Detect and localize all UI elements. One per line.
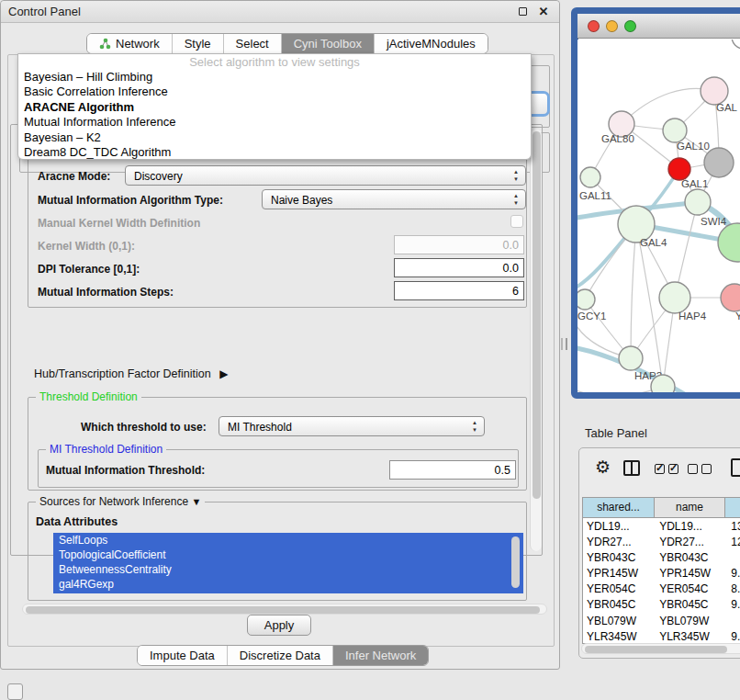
gear-icon[interactable]: ⚙ xyxy=(595,457,611,478)
deselect-all-icon[interactable] xyxy=(688,464,712,474)
settings-vertical-scrollbar[interactable] xyxy=(530,129,542,551)
graph-node[interactable] xyxy=(577,289,595,310)
table-cell[interactable]: YPR145W xyxy=(583,566,656,581)
table-cell[interactable]: YER054C xyxy=(656,581,727,597)
table-cell[interactable]: YDL19... xyxy=(583,518,656,534)
split-pane-handle[interactable] xyxy=(561,338,567,350)
algorithm-option[interactable]: ARACNE Algorithm xyxy=(18,100,531,115)
table-row[interactable]: YBR045CYBR045C9. xyxy=(583,597,740,613)
table-cell[interactable]: YBR045C xyxy=(656,597,727,613)
table-row[interactable]: YDR27...YDR27...12 xyxy=(583,534,740,549)
table-cell[interactable]: YLR345W xyxy=(656,628,727,644)
algorithm-option[interactable]: Basic Correlation Inference xyxy=(18,85,531,99)
graph-node[interactable] xyxy=(701,77,728,105)
graph-node[interactable] xyxy=(619,346,643,370)
column-header-name[interactable]: name xyxy=(655,498,725,517)
scrollbar-thumb[interactable] xyxy=(533,131,541,499)
table-cell[interactable]: YDR27... xyxy=(583,534,656,549)
tab-infer-network[interactable]: Infer Network xyxy=(333,646,428,665)
algorithm-option[interactable]: Mutual Information Inference xyxy=(18,115,531,130)
table-cell[interactable]: 9. xyxy=(727,597,740,613)
table-cell[interactable]: YDR27... xyxy=(656,534,727,549)
graph-node[interactable] xyxy=(721,284,740,311)
column-header-clipped[interactable] xyxy=(725,498,740,517)
table-cell[interactable]: YLR345W xyxy=(583,628,656,644)
table-cell[interactable]: YBL079W xyxy=(656,613,727,628)
graph-node[interactable] xyxy=(704,148,734,177)
select-all-icon[interactable] xyxy=(655,464,678,474)
which-threshold-combobox[interactable]: MI Threshold ▲▼ xyxy=(219,416,485,436)
table-cell[interactable]: YBR045C xyxy=(583,597,656,613)
algorithm-option[interactable]: Dream8 DC_TDC Algorithm xyxy=(18,145,531,160)
table-cell[interactable]: YBR043C xyxy=(583,549,656,565)
table-row[interactable]: YPR145WYPR145W9. xyxy=(583,566,740,581)
bottom-left-button-fragment[interactable] xyxy=(7,683,23,700)
table-cell[interactable] xyxy=(727,613,740,628)
scrollbar-thumb[interactable] xyxy=(585,646,727,653)
table-horizontal-scrollbar[interactable] xyxy=(581,643,740,654)
table-cell[interactable] xyxy=(727,549,740,565)
tab-discretize-data[interactable]: Discretize Data xyxy=(228,646,333,665)
table-cell[interactable]: YBR043C xyxy=(656,549,727,565)
graph-node[interactable] xyxy=(685,189,711,215)
table-row[interactable]: YDL19...YDL19...13 xyxy=(583,518,740,534)
table-row[interactable]: YBR043CYBR043C xyxy=(583,549,740,565)
scrollbar-thumb[interactable] xyxy=(26,606,540,614)
apply-button[interactable]: Apply xyxy=(247,615,311,636)
table-cell[interactable]: YER054C xyxy=(583,581,656,597)
column-header-shared-name[interactable]: shared... xyxy=(583,498,655,517)
attribute-list-item[interactable]: gal4RGexp xyxy=(53,577,523,592)
collapse-arrow-icon[interactable]: ▼ xyxy=(191,496,201,507)
manual-kernel-width-checkbox[interactable] xyxy=(510,215,523,228)
graph-node[interactable] xyxy=(732,40,740,49)
algorithm-option[interactable]: Bayesian – Hill Climbing xyxy=(18,70,531,85)
zoom-traffic-light-icon[interactable] xyxy=(624,20,636,32)
tab-jactivemnodules[interactable]: jActiveMNodules xyxy=(375,34,488,53)
minimize-traffic-light-icon[interactable] xyxy=(606,20,618,32)
mi-steps-field[interactable]: 6 xyxy=(394,281,524,300)
tab-select[interactable]: Select xyxy=(224,34,282,53)
float-window-icon[interactable] xyxy=(517,6,530,18)
table-row[interactable]: YLR345WYLR345W9. xyxy=(583,628,740,644)
close-icon[interactable]: ✕ xyxy=(537,6,550,18)
network-window-titlebar[interactable] xyxy=(577,14,740,39)
mi-algorithm-type-combobox[interactable]: Naive Bayes ▲▼ xyxy=(262,189,526,209)
columns-icon[interactable] xyxy=(623,460,640,476)
kernel-width-field[interactable]: 0.0 xyxy=(394,235,524,254)
scrollbar-thumb[interactable] xyxy=(511,536,520,588)
tab-impute-data[interactable]: Impute Data xyxy=(138,646,228,665)
network-canvas[interactable]: GALGAL80GAL10GAL1GAL11SWI4GAL4GCY1HAP4YH… xyxy=(577,40,740,399)
table-cell[interactable]: 13 xyxy=(727,518,740,534)
tab-network[interactable]: Network xyxy=(87,34,173,53)
attribute-list-item[interactable]: SelfLoops xyxy=(53,533,523,548)
attribute-list-scrollbar[interactable] xyxy=(510,535,521,592)
close-traffic-light-icon[interactable] xyxy=(588,20,600,32)
tab-style[interactable]: Style xyxy=(173,34,224,53)
table-cell[interactable]: 12 xyxy=(727,534,740,549)
tab-cyni-toolbox[interactable]: Cyni Toolbox xyxy=(282,34,375,53)
table-cell[interactable]: 9. xyxy=(727,628,740,644)
hub-definition-toggle[interactable]: Hub/Transcription Factor Definition ▶ xyxy=(34,367,228,380)
table-cell[interactable]: YDL19... xyxy=(656,518,727,534)
graph-node[interactable] xyxy=(659,282,690,313)
graph-node[interactable] xyxy=(718,223,740,262)
attribute-list-item[interactable]: BetweennessCentrality xyxy=(53,562,523,577)
table-cell[interactable]: 8. xyxy=(727,581,740,597)
graph-node[interactable] xyxy=(580,167,600,187)
graph-node[interactable] xyxy=(651,375,675,399)
dpi-tolerance-field[interactable]: 0.0 xyxy=(394,258,524,277)
aracne-mode-combobox[interactable]: Discovery ▲▼ xyxy=(125,165,526,186)
document-icon[interactable] xyxy=(731,458,740,477)
table-cell[interactable]: YBL079W xyxy=(583,613,656,628)
graph-node[interactable] xyxy=(663,119,687,142)
network-view-window[interactable]: GALGAL80GAL10GAL1GAL11SWI4GAL4GCY1HAP4YH… xyxy=(571,7,740,399)
data-attributes-list[interactable]: SelfLoopsTopologicalCoefficientBetweenne… xyxy=(53,533,523,593)
settings-horizontal-scrollbar[interactable] xyxy=(22,604,547,615)
algorithm-option[interactable]: Bayesian – K2 xyxy=(18,130,531,145)
table-row[interactable]: YBL079WYBL079W xyxy=(583,613,740,628)
table-cell[interactable]: YPR145W xyxy=(656,566,727,581)
graph-node[interactable] xyxy=(668,158,690,180)
table-cell[interactable]: 9. xyxy=(727,566,740,581)
mi-threshold-field[interactable]: 0.5 xyxy=(389,460,516,480)
table-row[interactable]: YER054CYER054C8. xyxy=(583,581,740,597)
